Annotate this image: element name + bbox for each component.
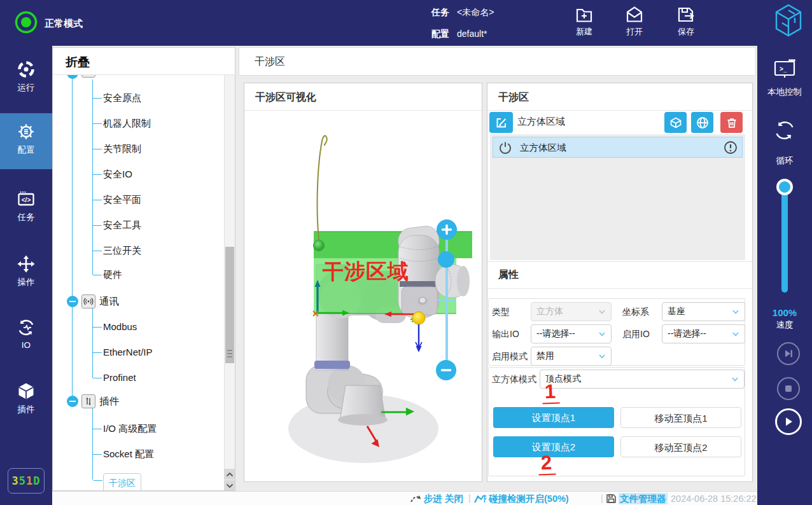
new-button[interactable]: 新建 — [566, 4, 603, 43]
mode-label: 正常模式 — [45, 18, 83, 30]
file-manager-link[interactable]: 文件管理器 — [619, 493, 668, 504]
save-button[interactable]: 保存 — [668, 4, 704, 43]
speed-percent: 100% — [757, 307, 812, 318]
frame-label: 坐标系 — [622, 302, 649, 321]
chevron-up-icon — [226, 472, 234, 477]
step-mode-status[interactable]: 步进 关闭 — [424, 493, 463, 504]
skip-next-icon — [783, 349, 794, 359]
task-label: 任务 — [431, 7, 449, 17]
output-io-select[interactable]: --请选择-- — [531, 324, 612, 343]
chevron-down-icon — [598, 330, 606, 338]
tree-scroll-up-button[interactable] — [224, 469, 235, 480]
sidebar-item-label: 任务 — [0, 212, 52, 223]
chevron-down-icon — [226, 483, 234, 488]
task-value: <未命名> — [457, 7, 494, 17]
sidebar-item-plugin[interactable]: 插件 — [0, 373, 52, 429]
viz-zoom-in-button[interactable] — [437, 219, 457, 240]
play-icon — [783, 416, 794, 427]
tree-scroll-down-button[interactable] — [224, 480, 235, 491]
config-tree-panel: 折叠 安全原点 机器人限制 关节限制 安全IO 安全平面 安全工具 三位开关 硬… — [52, 47, 235, 491]
viz-title: 干涉区可视化 — [255, 91, 316, 104]
sidebar-item-config[interactable]: 配置 — [0, 113, 52, 169]
output-io-label: 输出IO — [492, 324, 519, 343]
viz-zoom-slider-handle[interactable] — [438, 251, 454, 268]
tree-item-hardware[interactable]: 硬件 — [103, 268, 122, 281]
tree-item-safety-plane[interactable]: 安全平面 — [103, 193, 141, 206]
sidebar-item-label: 配置 — [0, 144, 52, 156]
power-icon[interactable] — [498, 141, 512, 155]
plugin-group-icon — [81, 394, 95, 408]
stop-button[interactable] — [777, 377, 800, 400]
cube-view-button[interactable] — [664, 112, 687, 133]
enable-io-select[interactable]: --请选择-- — [662, 324, 745, 343]
zone-item-label: 立方体区域 — [520, 142, 566, 154]
properties-group: 类型 立方体 坐标系 基座 输出IO --请选择-- 启用IO — [488, 298, 745, 366]
speed-slider-track[interactable] — [781, 187, 788, 293]
top-bar: 正常模式 任务<未命名> 配置default* 新建 打开 保存 — [0, 0, 812, 46]
sidebar-item-label: 运行 — [0, 82, 52, 93]
save-icon — [676, 5, 696, 24]
cube-mode-select[interactable]: 顶点模式 — [540, 370, 745, 389]
loop-icon[interactable] — [774, 120, 795, 141]
set-vertex-1-button[interactable]: 设置顶点1 — [493, 407, 614, 428]
zone-list: 立方体区域 — [490, 134, 745, 260]
tree-scrollbar-thumb[interactable] — [225, 247, 234, 363]
tree-item-modbus[interactable]: Modbus — [103, 321, 137, 333]
tree-item-io-advanced[interactable]: I/O 高级配置 — [103, 422, 157, 435]
tree-item-socket-config[interactable]: Socket 配置 — [103, 448, 154, 460]
tree-item-joint-limit[interactable]: 关节限制 — [103, 142, 141, 155]
tree-item-safety-tool[interactable]: 安全工具 — [103, 219, 141, 232]
tree-title[interactable]: 折叠 — [66, 54, 90, 71]
speed-slider-handle[interactable] — [776, 179, 793, 195]
stop-icon — [784, 384, 793, 393]
sidebar-item-run[interactable]: 运行 — [0, 51, 52, 107]
frame-select[interactable]: 基座 — [662, 302, 745, 321]
enable-io-label: 启用IO — [622, 324, 650, 343]
delete-zone-button[interactable] — [720, 112, 743, 133]
left-sidebar: 运行 配置 </> 任务 操作 — [0, 46, 52, 505]
vertex-sphere — [314, 240, 325, 251]
tree-item-safety-home[interactable]: 安全原点 — [103, 92, 141, 104]
tree-node-collapse[interactable] — [67, 296, 78, 307]
clock-timestamp: 2024-06-28 15:26:22 — [671, 493, 757, 504]
trace-line — [318, 135, 327, 240]
sidebar-item-label: 插件 — [0, 404, 52, 415]
tree-group-comm[interactable]: 通讯 — [99, 294, 119, 308]
viz-zoom-out-button[interactable] — [436, 360, 456, 380]
trash-icon — [725, 116, 738, 129]
enable-mode-select[interactable]: 禁用 — [531, 347, 612, 366]
tree-item-ethernet-ip[interactable]: EtherNet/IP — [103, 346, 153, 359]
collision-detect-status[interactable]: 碰撞检测开启(50%) — [489, 493, 569, 504]
status-lamp-icon — [14, 10, 38, 34]
io-cycle-icon — [17, 318, 36, 337]
edit-zone-button[interactable] — [489, 112, 513, 133]
gear-icon — [17, 122, 36, 141]
chevron-down-icon — [732, 330, 739, 338]
tree-item-safety-io[interactable]: 安全IO — [103, 168, 132, 181]
sidebar-item-operate[interactable]: 操作 — [0, 246, 52, 301]
open-button[interactable]: 打开 — [616, 4, 653, 43]
move-to-vertex-2-button[interactable]: 移动至顶点2 — [620, 436, 741, 457]
type-select[interactable]: 立方体 — [531, 302, 612, 321]
play-button[interactable] — [775, 408, 802, 435]
tree-group-plugin[interactable]: 插件 — [99, 394, 119, 408]
warning-icon[interactable] — [724, 141, 738, 155]
local-control-icon[interactable]: >_ — [773, 59, 796, 80]
move-to-vertex-1-button[interactable]: 移动至顶点1 — [620, 407, 741, 428]
plus-icon — [441, 224, 452, 235]
tree-item-interference-zone[interactable]: 干涉区 — [103, 473, 141, 491]
sidebar-item-io[interactable]: IO — [0, 309, 52, 365]
tree-item-profinet[interactable]: Profinet — [103, 371, 136, 384]
properties-title: 属性 — [498, 268, 519, 282]
globe-view-button[interactable] — [691, 112, 713, 133]
zone-list-item[interactable]: 立方体区域 — [493, 137, 743, 158]
tree-branch-line — [92, 308, 93, 378]
sidebar-item-task[interactable]: </> 任务 — [0, 181, 52, 237]
globe-icon — [696, 116, 709, 129]
page-header: 干涉区 — [239, 47, 756, 76]
tree-item-robot-limit[interactable]: 机器人限制 — [103, 117, 151, 130]
step-forward-button[interactable] — [777, 342, 800, 365]
tree-node-collapse[interactable] — [67, 396, 78, 407]
tree-item-three-pos-switch[interactable]: 三位开关 — [103, 244, 141, 257]
open-file-icon — [625, 5, 644, 24]
